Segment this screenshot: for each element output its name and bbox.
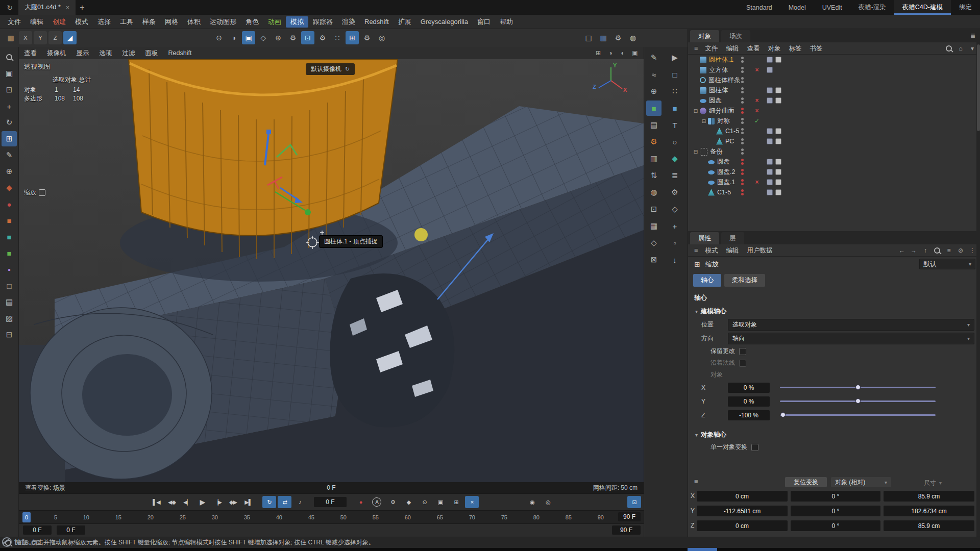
document-tab[interactable]: 大腿01.c4d * × (18, 0, 76, 15)
cube-stack-orange-icon[interactable]: ■ (2, 213, 17, 228)
visibility-dots[interactable] (741, 108, 744, 114)
viewport-menu-6[interactable]: Redshift (163, 47, 197, 59)
key-pla-button[interactable]: × (465, 496, 479, 508)
back-icon[interactable]: ← (897, 245, 907, 256)
circle-shape-icon[interactable]: ○ (667, 134, 682, 149)
tag-icon[interactable] (767, 138, 773, 144)
visibility-dots[interactable] (741, 77, 744, 83)
object-label[interactable]: 圆盘 (717, 158, 730, 166)
preset-dropdown[interactable]: 默认 ▾ (919, 259, 975, 269)
position-y-field[interactable]: -112.6581 cm (697, 506, 788, 516)
collapse-toggle-icon[interactable]: ⊟ (692, 149, 699, 155)
small-square-icon[interactable]: ▫ (667, 235, 682, 251)
key-settings-button[interactable]: ⚙ (386, 496, 400, 508)
text-tool-icon[interactable]: T (667, 117, 682, 133)
object-label[interactable]: 圆柱体.1 (709, 56, 733, 64)
scrollbar-thumb[interactable] (977, 44, 980, 131)
tag-icon[interactable] (775, 138, 781, 144)
slider-knob[interactable] (855, 398, 861, 404)
layout-tab-3[interactable]: 夜猫-渲染 (850, 0, 894, 15)
object-row[interactable]: 圆盘.1× (688, 177, 980, 187)
camera-indicator[interactable]: 默认摄像机 ↻ (306, 63, 355, 75)
tag-icon[interactable] (767, 159, 773, 165)
object-row[interactable]: 圆柱体 (688, 85, 980, 95)
mesh-display-icon[interactable]: ◇ (257, 31, 270, 44)
record-button[interactable]: ● (354, 496, 368, 508)
object-row[interactable]: 圆盘.2 (688, 167, 980, 177)
rotation-x-field[interactable]: 0 ° (791, 491, 880, 502)
object-tags[interactable] (767, 179, 781, 185)
layout-tab-2[interactable]: UVEdit (814, 0, 850, 15)
expand-timeline-button[interactable]: ⊡ (627, 496, 641, 508)
object-label[interactable]: 圆盘 (709, 96, 722, 105)
object-label[interactable]: 立方体 (709, 66, 728, 74)
visibility-dots[interactable] (741, 67, 744, 73)
disable-mark-icon[interactable]: × (753, 107, 761, 114)
close-tab-icon[interactable]: × (66, 4, 69, 11)
object-row[interactable]: 圆柱体样条 (688, 75, 980, 85)
split-tool-icon[interactable]: ⊟ (2, 327, 17, 342)
play-button[interactable]: ▶ (195, 496, 209, 508)
burger-icon[interactable]: ≡ (691, 44, 701, 52)
plus-icon[interactable]: + (667, 218, 682, 234)
disable-mark-icon[interactable]: × (753, 66, 761, 73)
keep-changes-checkbox[interactable] (739, 348, 746, 355)
object-row[interactable]: 圆柱体.1 (688, 55, 980, 65)
layout-tab-5[interactable]: 绑定 (951, 0, 980, 15)
menu-item-10[interactable]: 角色 (241, 15, 263, 29)
solo-off-button[interactable]: ◎ (541, 496, 555, 508)
cube-teal-icon[interactable]: ■ (2, 229, 17, 244)
tag-icon[interactable] (775, 159, 781, 165)
menu-item-7[interactable]: 网格 (160, 15, 183, 29)
slider-knob[interactable] (855, 385, 861, 390)
object-row[interactable]: ⊟细分曲面× (688, 106, 980, 116)
menu-item-8[interactable]: 体积 (183, 15, 205, 29)
menu-item-15[interactable]: Redshift (360, 15, 394, 29)
grid-snap-icon[interactable]: ⊞ (346, 31, 359, 44)
pick-select-icon[interactable]: ⊡ (2, 82, 17, 97)
rect-shape-icon[interactable]: □ (667, 67, 682, 82)
key-position-button[interactable]: ◆ (402, 496, 415, 508)
axis-y-toggle[interactable]: Y (34, 31, 47, 44)
grid-array-icon[interactable]: ▤ (646, 117, 662, 133)
key-scale-button[interactable]: ▣ (433, 496, 447, 508)
object-tags[interactable] (767, 189, 781, 195)
snap-toggle-icon[interactable]: ⊡ (301, 31, 314, 44)
slider-track[interactable] (780, 387, 936, 388)
viewport-canvas[interactable]: 透视视图 选取对象 总计 对象 1 14 多边形 108 108 缩放 默认摄像… (19, 59, 644, 482)
om-menu-4[interactable]: 标签 (785, 42, 806, 55)
size-z-field[interactable]: 85.9 cm (884, 520, 974, 531)
direction-dropdown[interactable]: 轴向 ▾ (728, 333, 974, 344)
disable-mark-icon[interactable]: × (753, 97, 761, 104)
object-axis-group[interactable]: ▾ 对象轴心 (688, 428, 980, 441)
frame-select-icon[interactable]: □ (2, 278, 17, 293)
object-label[interactable]: 备份 (710, 147, 723, 156)
points-mode-icon[interactable]: ∷ (667, 84, 682, 99)
menu-item-13[interactable]: 跟踪器 (308, 15, 337, 29)
rotation-z-field[interactable]: 0 ° (791, 520, 880, 531)
viewport-menu-2[interactable]: 显示 (71, 47, 94, 59)
quad-view-icon[interactable]: ⊞ (593, 48, 604, 58)
om-menu-2[interactable]: 查看 (743, 42, 764, 55)
maximize-view-icon[interactable]: ▣ (629, 48, 641, 58)
cube-orange-icon[interactable]: ◆ (2, 180, 17, 195)
visibility-dots[interactable] (741, 179, 744, 185)
range-end-field[interactable]: 90 F (618, 512, 641, 521)
object-tags[interactable] (767, 128, 781, 134)
subtab-soft-selection[interactable]: 柔和选择 (724, 274, 765, 287)
axis-z-toggle[interactable]: Z (48, 31, 62, 44)
object-tags[interactable] (767, 97, 781, 104)
object-row[interactable]: 圆盘 (688, 157, 980, 167)
viewport-menu-0[interactable]: 查看 (19, 47, 42, 59)
filter-icon[interactable]: ≡ (944, 245, 954, 256)
layers-icon[interactable]: ▥ (646, 151, 662, 166)
tag-icon[interactable] (767, 189, 773, 195)
select-arrow-icon[interactable]: ▶ (667, 50, 682, 65)
sphere-wire-icon[interactable]: ◍ (646, 185, 662, 200)
object-tags[interactable] (767, 159, 781, 165)
coordinate-space-dropdown[interactable]: 对象 (相对) ▾ (831, 477, 891, 487)
camera-swap-icon[interactable]: ↻ (345, 66, 350, 72)
render-view-icon[interactable]: ▤ (582, 31, 595, 44)
tag-icon[interactable] (775, 128, 781, 134)
layout-tab-0[interactable]: Standard (738, 0, 780, 15)
